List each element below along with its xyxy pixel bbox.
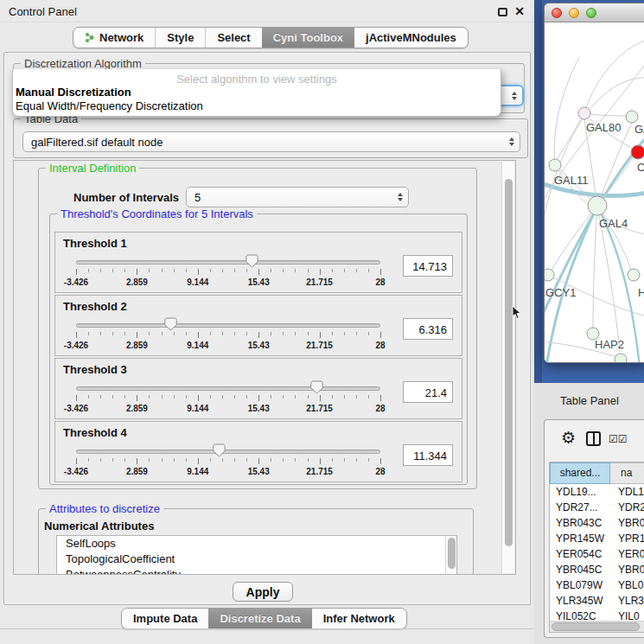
interval-definition-label: Interval Definition bbox=[46, 162, 139, 175]
list-vertical-scrollbar[interactable] bbox=[445, 536, 456, 575]
table-row[interactable]: YER054CYER0 bbox=[550, 546, 644, 562]
tab-cyni-toolbox[interactable]: Cyni Toolbox bbox=[262, 28, 354, 48]
number-of-intervals-combobox[interactable]: 5 bbox=[186, 187, 409, 207]
network-node[interactable] bbox=[626, 111, 638, 123]
network-edge[interactable] bbox=[584, 40, 644, 113]
slider-thumb[interactable] bbox=[310, 380, 323, 394]
close-panel-icon[interactable]: ✕ bbox=[514, 4, 525, 18]
apply-button[interactable]: Apply bbox=[233, 582, 293, 602]
bottom-tab-infer-network[interactable]: Infer Network bbox=[312, 609, 406, 628]
cell-name[interactable]: YBR0 bbox=[610, 562, 644, 577]
algorithm-option-equal-width-frequency-discretization[interactable]: Equal Width/Frequency Discretization bbox=[13, 99, 501, 113]
network-node[interactable] bbox=[615, 354, 627, 363]
float-window-icon[interactable] bbox=[498, 8, 507, 16]
cell-shared-name[interactable]: YBR043C bbox=[550, 515, 610, 531]
threshold-value-field[interactable]: 6.316 bbox=[403, 318, 453, 340]
threshold-label: Threshold 3 bbox=[63, 363, 127, 376]
cell-shared-name[interactable]: YBR045C bbox=[550, 562, 610, 577]
cell-shared-name[interactable]: YER054C bbox=[550, 546, 610, 562]
table-row[interactable]: YBR045CYBR0 bbox=[550, 562, 644, 577]
network-node[interactable] bbox=[545, 269, 554, 281]
network-view-window[interactable]: GAL80GAL11GAL4GCY1HAP2GACH bbox=[544, 3, 644, 363]
cell-name[interactable]: YBR0 bbox=[610, 515, 644, 531]
table-row[interactable]: YBR043CYBR0 bbox=[550, 515, 644, 531]
pane-vertical-scrollbar[interactable] bbox=[501, 162, 514, 573]
thresholds-group-label: Threshold's Coordinates for 5 Intervals bbox=[57, 207, 257, 220]
bottom-tab-discretize-data[interactable]: Discretize Data bbox=[208, 609, 311, 628]
network-icon bbox=[85, 32, 95, 43]
column-header-name[interactable]: na bbox=[610, 462, 644, 484]
algorithm-option-manual-discretization[interactable]: Manual Discretization bbox=[13, 86, 501, 99]
attribute-item-selfloops[interactable]: SelfLoops bbox=[57, 536, 456, 552]
network-edge[interactable] bbox=[593, 206, 597, 328]
threshold-slider[interactable]: -3.4262.8599.14415.4321.71528 bbox=[76, 320, 380, 354]
cell-shared-name[interactable]: YLR345W bbox=[550, 593, 610, 609]
bottom-tab-impute-data[interactable]: Impute Data bbox=[122, 609, 208, 628]
network-edge[interactable] bbox=[557, 113, 584, 161]
tab-network[interactable]: Network bbox=[73, 28, 155, 48]
slider-tick-labels: -3.4262.8599.14415.4321.71528 bbox=[76, 277, 380, 288]
cell-shared-name[interactable]: YBL079W bbox=[550, 577, 610, 593]
threshold-panel-3: Threshold 3-3.4262.8599.14415.4321.71528… bbox=[54, 358, 462, 419]
tab-select[interactable]: Select bbox=[205, 28, 261, 48]
slider-ticks bbox=[76, 332, 380, 339]
threshold-slider[interactable]: -3.4262.8599.14415.4321.71528 bbox=[76, 446, 380, 481]
tick-label: 15.43 bbox=[248, 277, 270, 287]
threshold-value-field[interactable]: 21.4 bbox=[403, 381, 453, 403]
attribute-item-topologicalcoefficient[interactable]: TopologicalCoefficient bbox=[57, 552, 456, 567]
attribute-item-betweennesscentrality[interactable]: BetweennessCentrality bbox=[57, 567, 456, 575]
cell-name[interactable]: YBL0 bbox=[610, 577, 644, 593]
network-node-label: C bbox=[637, 161, 644, 174]
tab-jactivemnodules[interactable]: jActiveMNodules bbox=[354, 28, 468, 48]
slider-thumb[interactable] bbox=[245, 254, 258, 268]
attributes-group-label: Attributes to discretize bbox=[46, 502, 163, 515]
tick-label: 9.144 bbox=[187, 341, 208, 350]
table-row[interactable]: YDL19...YDL1 bbox=[550, 484, 644, 500]
network-node-label: H bbox=[638, 286, 644, 299]
columns-icon[interactable] bbox=[586, 431, 601, 446]
cell-name[interactable]: YDR2 bbox=[610, 500, 644, 515]
table-rows: YDL19...YDL1YDR27...YDR2YBR043CYBR0YPR14… bbox=[550, 484, 644, 624]
slider-thumb[interactable] bbox=[213, 443, 226, 457]
numerical-attributes-list[interactable]: SelfLoopsTopologicalCoefficientBetweenne… bbox=[56, 535, 457, 575]
slider-tick-labels: -3.4262.8599.14415.4321.71528 bbox=[76, 467, 380, 477]
tick-label: 2.859 bbox=[126, 404, 148, 413]
tab-style[interactable]: Style bbox=[155, 28, 205, 48]
table-row[interactable]: YLR345WYLR3 bbox=[550, 593, 644, 609]
cell-shared-name[interactable]: YDL19... bbox=[550, 484, 610, 500]
cell-name[interactable]: YER0 bbox=[610, 546, 644, 562]
threshold-value-field[interactable]: 11.344 bbox=[403, 444, 453, 466]
tick-label: 28 bbox=[375, 277, 385, 287]
panel-title: Control Panel bbox=[9, 5, 77, 18]
table-row[interactable]: YPR145WYPR1 bbox=[550, 531, 644, 546]
threshold-slider[interactable]: -3.4262.8599.14415.4321.71528 bbox=[76, 383, 380, 418]
minimize-traffic-light-icon[interactable] bbox=[569, 8, 579, 18]
column-header-shared-name[interactable]: shared... bbox=[550, 462, 610, 484]
network-node[interactable] bbox=[549, 159, 561, 171]
network-node[interactable] bbox=[588, 196, 607, 215]
gear-icon[interactable]: ⚙ bbox=[561, 428, 576, 448]
network-edge[interactable] bbox=[554, 57, 579, 165]
threshold-value-field[interactable]: 14.713 bbox=[403, 255, 453, 277]
network-edge[interactable] bbox=[546, 206, 597, 363]
network-canvas[interactable]: GAL80GAL11GAL4GCY1HAP2GACH bbox=[545, 22, 644, 363]
cell-shared-name[interactable]: YDR27... bbox=[550, 500, 610, 515]
threshold-slider[interactable]: -3.4262.8599.14415.4321.71528 bbox=[76, 257, 380, 291]
cell-name[interactable]: YPR1 bbox=[610, 531, 644, 546]
close-traffic-light-icon[interactable] bbox=[552, 8, 562, 18]
network-node[interactable] bbox=[578, 107, 590, 119]
select-columns-icon[interactable]: ☑☑ bbox=[609, 433, 628, 445]
cell-name[interactable]: YLR3 bbox=[610, 593, 644, 609]
cell-shared-name[interactable]: YPR145W bbox=[550, 531, 610, 546]
horizontal-scrollbar[interactable] bbox=[550, 621, 644, 632]
table-row[interactable]: YBL079WYBL0 bbox=[550, 577, 644, 593]
slider-tick-labels: -3.4262.8599.14415.4321.71528 bbox=[76, 341, 380, 351]
algorithm-options: Manual DiscretizationEqual Width/Frequen… bbox=[13, 86, 501, 113]
cell-name[interactable]: YDL1 bbox=[610, 484, 644, 500]
table-data-combobox[interactable]: galFiltered.sif default node bbox=[22, 131, 520, 152]
network-node[interactable] bbox=[628, 269, 640, 281]
network-node[interactable] bbox=[631, 145, 644, 159]
table-row[interactable]: YDR27...YDR2 bbox=[550, 500, 644, 515]
zoom-traffic-light-icon[interactable] bbox=[586, 8, 596, 18]
slider-thumb[interactable] bbox=[164, 317, 177, 331]
